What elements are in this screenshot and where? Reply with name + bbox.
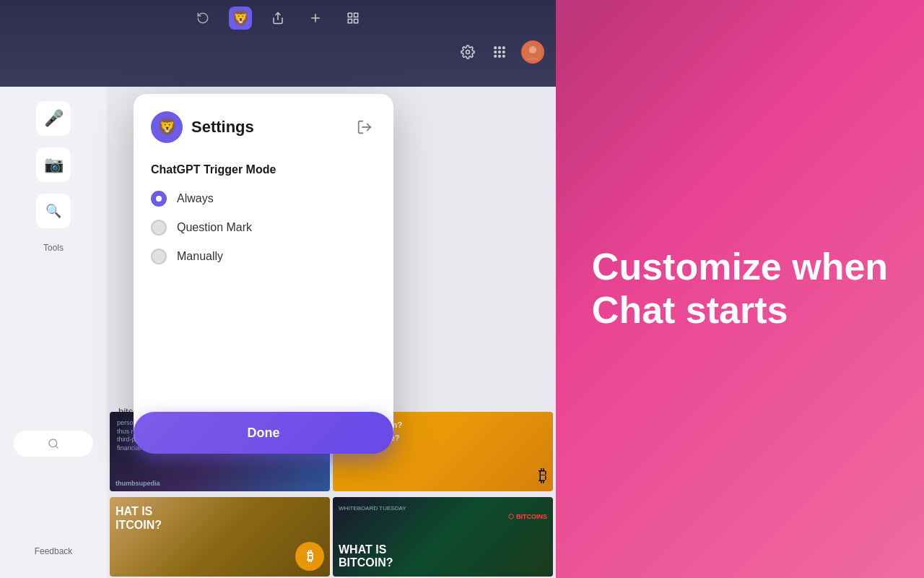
svg-line-20: [56, 446, 58, 448]
svg-point-16: [503, 56, 505, 58]
settings-popup: 🦁 Settings ChatGPT Trigger Mode Always Q…: [134, 94, 393, 448]
option-manually[interactable]: Manually: [151, 249, 376, 264]
tab-bar: 🦁: [0, 0, 556, 36]
mic-tool-button[interactable]: 🎤: [36, 101, 71, 136]
search-tool-button[interactable]: 🔍: [36, 194, 71, 228]
svg-point-10: [503, 47, 505, 49]
option-always[interactable]: Always: [151, 191, 376, 207]
right-content: Customize when Chat starts: [556, 0, 924, 578]
tools-label: Tools: [43, 243, 64, 253]
svg-point-13: [503, 51, 505, 53]
search-box-icon: [48, 438, 59, 449]
hero-text: Customize when Chat starts: [592, 246, 888, 332]
svg-rect-3: [348, 13, 352, 17]
thumb-1-source: thumbsupedia: [116, 480, 160, 487]
svg-point-8: [494, 47, 497, 49]
search-icon: 🔍: [45, 203, 61, 219]
option-question-mark-label: Question Mark: [177, 221, 252, 234]
reload-button[interactable]: [191, 7, 214, 30]
radio-manually[interactable]: [151, 249, 167, 264]
hero-line-2: Chat starts: [592, 289, 788, 331]
done-button[interactable]: Done: [134, 412, 393, 454]
settings-header: 🦁 Settings: [151, 111, 376, 143]
logout-button[interactable]: [353, 116, 376, 139]
svg-point-14: [494, 56, 497, 58]
thumbnail-row-2: HAT ISITCOIN? ₿ WHITEBOARD TUESDAY ⬡ BIT…: [107, 494, 556, 577]
avatar-button[interactable]: [521, 40, 544, 64]
svg-rect-4: [354, 13, 358, 17]
mic-icon: 🎤: [44, 109, 64, 128]
camera-tool-button[interactable]: 📷: [36, 147, 71, 182]
logo-emoji: 🦁: [157, 118, 177, 137]
left-sidebar: 🎤 📷 🔍 Tools Feedback: [0, 87, 107, 578]
settings-logo: 🦁: [151, 111, 183, 143]
toolbar-icons: [458, 40, 544, 64]
svg-point-11: [494, 51, 497, 53]
svg-rect-6: [354, 20, 358, 23]
new-tab-button[interactable]: [304, 7, 327, 30]
svg-point-15: [499, 56, 501, 58]
svg-rect-5: [348, 20, 352, 23]
feedback-label[interactable]: Feedback: [35, 546, 73, 556]
nav-bar: [0, 36, 556, 68]
browser-chrome: 🦁: [0, 0, 556, 87]
option-manually-label: Manually: [177, 250, 223, 263]
radio-always[interactable]: [151, 191, 167, 207]
hero-line-1: Customize when: [592, 246, 888, 288]
app-logo: 🦁: [232, 9, 250, 27]
option-always-label: Always: [177, 192, 214, 205]
trigger-mode-title: ChatGPT Trigger Mode: [151, 163, 376, 176]
svg-point-7: [466, 51, 470, 54]
option-question-mark[interactable]: Question Mark: [151, 220, 376, 236]
share-button[interactable]: [266, 7, 289, 30]
done-label: Done: [248, 426, 280, 441]
settings-title-area: 🦁 Settings: [151, 111, 254, 143]
thumbnail-4[interactable]: WHITEBOARD TUESDAY ⬡ BITCOINS WHAT ISBIT…: [333, 497, 553, 577]
grid-icon-btn[interactable]: [489, 42, 510, 62]
svg-point-9: [499, 47, 501, 49]
tab-favicon: 🦁: [229, 7, 252, 30]
settings-icon-btn[interactable]: [458, 42, 478, 62]
tabs-button[interactable]: [341, 7, 365, 30]
svg-point-18: [529, 46, 536, 53]
camera-icon: 📷: [44, 155, 64, 174]
thumbnail-3[interactable]: HAT ISITCOIN? ₿: [110, 497, 330, 577]
svg-point-12: [499, 51, 501, 53]
sidebar-search-box[interactable]: [14, 431, 93, 457]
radio-question-mark[interactable]: [151, 220, 167, 236]
settings-title: Settings: [191, 118, 254, 137]
